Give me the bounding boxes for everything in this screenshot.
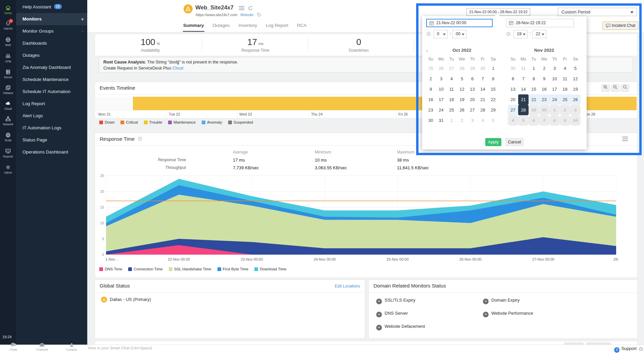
calendar-day[interactable]: 28 <box>518 105 529 115</box>
calendar-day[interactable]: 28 <box>457 63 467 74</box>
apply-button[interactable]: Apply <box>485 138 501 146</box>
calendar-day[interactable]: 26 <box>457 105 467 115</box>
rail-item-home[interactable]: Home <box>0 5 16 19</box>
sidebar-item-schedule-it-automation[interactable]: Schedule IT Automation <box>16 86 87 98</box>
calendar-day[interactable]: 27 <box>508 105 518 115</box>
sidebar-item-zia-anomaly-dashboard[interactable]: Zia Anomaly Dashboard <box>16 61 87 74</box>
calendar-day[interactable]: 15 <box>529 84 539 94</box>
calendar-day[interactable]: 30 <box>508 63 518 74</box>
to-minute-select[interactable]: 22 <box>532 30 546 38</box>
calendar-day[interactable]: 2 <box>539 63 549 74</box>
calendar-day[interactable]: 21 <box>518 94 529 105</box>
calendar-day[interactable]: 15 <box>488 84 498 94</box>
calendar-day[interactable]: 5 <box>457 74 467 84</box>
calendar-day[interactable]: 14 <box>478 84 488 94</box>
calendar-day[interactable]: 9 <box>539 74 549 84</box>
domain-monitor-domain-expiry[interactable]: +Domain Expiry <box>483 297 520 304</box>
calendar-day[interactable]: 17 <box>549 84 560 94</box>
sidebar-item-outages[interactable]: Outages <box>16 49 87 61</box>
location-row[interactable]: Dallas - US (Primary) <box>101 297 151 305</box>
sidebar-item-operations-dashboard[interactable]: Operations Dashboard <box>16 146 87 158</box>
sidebar-item-monitor-groups[interactable]: Monitor Groups+ <box>16 25 87 37</box>
sidebar-item-status-page[interactable]: Status Page <box>16 134 87 146</box>
calendar-day[interactable]: 10 <box>549 74 560 84</box>
calendar-day[interactable]: 18 <box>560 84 570 94</box>
sidebar-item-it-automation-logs[interactable]: IT Automation Logs <box>16 122 87 134</box>
sidebar-item-monitors[interactable]: Monitors+ <box>16 13 87 25</box>
calendar-day[interactable]: 3 <box>467 115 478 126</box>
sidebar-item-dashboards[interactable]: Dashboards <box>16 37 87 49</box>
domain-monitor-dns-server[interactable]: +DNS Server <box>376 310 408 317</box>
tab-rca[interactable]: RCA <box>297 20 307 31</box>
rail-item-network[interactable]: Network <box>0 116 16 130</box>
rail-item-rum[interactable]: RUM <box>0 132 16 146</box>
calendar-day[interactable]: 5 <box>488 115 498 126</box>
plus-icon[interactable]: + <box>81 25 84 37</box>
add-monitor-plus-icon[interactable]: + <box>483 312 489 317</box>
calendar-day[interactable]: 12 <box>570 74 581 84</box>
rail-item-vmware[interactable]: VMware <box>0 85 16 99</box>
calendar-day[interactable]: 25 <box>426 63 436 74</box>
calendar-day[interactable]: 30 <box>478 63 488 74</box>
rail-item-apm[interactable]: APM <box>0 53 16 67</box>
calendar-day[interactable]: 6 <box>467 74 478 84</box>
calendar-day[interactable]: 4 <box>560 63 570 74</box>
from-minute-select[interactable]: 00 <box>452 30 466 38</box>
edit-locations-link[interactable]: Edit Locations <box>335 284 360 289</box>
calendar-day[interactable]: 1 <box>529 63 539 74</box>
calendar-day[interactable]: 22 <box>488 94 498 105</box>
domain-monitor-ssl-tls-expiry[interactable]: +SSL/TLS Expiry <box>376 297 415 304</box>
calendar-day[interactable]: 2 <box>457 115 467 126</box>
response-time-chart[interactable]: 05101520251-Nov ..22-Nov 00:0023-Nov 00:… <box>98 173 635 264</box>
calendar-day[interactable]: 16 <box>426 94 436 105</box>
zoom-out-icon[interactable] <box>611 84 620 92</box>
sidebar-item-help-assistant[interactable]: Help Assistant16 <box>16 1 87 13</box>
add-monitor-plus-icon[interactable]: + <box>376 299 382 304</box>
hamburger-menu-icon[interactable] <box>239 6 244 12</box>
period-select[interactable]: Custom Period <box>558 8 637 16</box>
calendar-day[interactable]: 7 <box>518 74 529 84</box>
calendar-day[interactable]: 1 <box>488 63 498 74</box>
calendar-day[interactable]: 23 <box>426 105 436 115</box>
calendar-day[interactable]: 12 <box>457 84 467 94</box>
calendar-day[interactable]: 22 <box>529 94 539 105</box>
tab-summary[interactable]: Summary <box>183 20 204 32</box>
calendar-day[interactable]: 2 <box>426 74 436 84</box>
rail-item-admin[interactable]: Admin <box>0 164 16 178</box>
calendar-day[interactable]: 9 <box>426 84 436 94</box>
card-menu-icon[interactable] <box>622 136 628 142</box>
to-date-field[interactable]: 28-Nov-22 19:22 <box>506 19 574 27</box>
rail-item-reports[interactable]: Reports <box>0 148 16 162</box>
cancel-button[interactable]: Cancel <box>505 138 524 146</box>
calendar-day[interactable]: 24 <box>436 105 446 115</box>
calendar-day[interactable]: 3 <box>549 63 560 74</box>
sidebar-item-schedule-maintenance[interactable]: Schedule Maintenance <box>16 74 87 86</box>
domain-monitor-website-defacement[interactable]: +Website Defacement <box>376 323 425 330</box>
calendar-day[interactable]: 25 <box>560 94 570 105</box>
calendar-day[interactable]: 27 <box>467 105 478 115</box>
sidebar-item-alert-logs[interactable]: Alert Logs <box>16 110 87 122</box>
calendar-day[interactable]: 3 <box>436 74 446 84</box>
chats-button[interactable]: Chats <box>6 342 21 351</box>
rail-item-cloud[interactable]: Cloud <box>0 100 16 115</box>
add-monitor-plus-icon[interactable]: + <box>483 299 489 304</box>
calendar-day[interactable]: 5 <box>570 63 581 74</box>
zoom-reset-icon[interactable] <box>621 84 629 92</box>
add-monitor-plus-icon[interactable]: + <box>376 325 382 330</box>
calendar-day[interactable]: 26 <box>436 63 446 74</box>
calendar-day[interactable]: 4 <box>478 115 488 126</box>
calendar-day[interactable]: 23 <box>539 94 549 105</box>
calendar-day[interactable]: 13 <box>467 84 478 94</box>
calendar-day[interactable]: 20 <box>467 94 478 105</box>
calendar-day[interactable]: 14 <box>518 84 529 94</box>
calendar-day[interactable]: 6 <box>508 74 518 84</box>
calendar-day[interactable]: 31 <box>518 63 529 74</box>
calendar-day[interactable]: 13 <box>508 84 518 94</box>
calendar-day[interactable]: 17 <box>436 94 446 105</box>
calendar-day[interactable]: 29 <box>467 63 478 74</box>
calendar-day[interactable]: 29 <box>488 105 498 115</box>
calendar-day[interactable]: 19 <box>457 94 467 105</box>
calendar-day[interactable]: 20 <box>508 94 518 105</box>
calendar-day[interactable]: 7 <box>478 74 488 84</box>
domain-monitor-website-performance[interactable]: +Website Performance <box>483 310 533 317</box>
